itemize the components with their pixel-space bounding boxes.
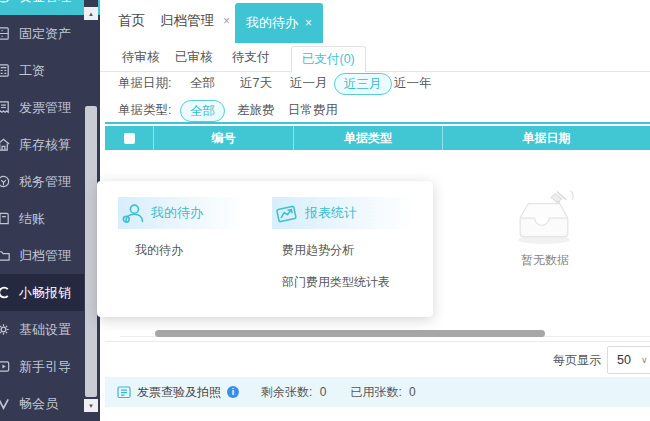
used-count: 已用张数: 0	[350, 384, 415, 401]
sidebar-item-label: 库存核算	[19, 136, 71, 154]
status-tab-paid-active[interactable]: 已支付(0)	[291, 46, 366, 72]
status-tabs: 待审核 已审核 待支付 已支付(0)	[100, 43, 650, 72]
flyout-section-header: 我的待办	[118, 197, 244, 229]
used-count-label: 已用张数:	[350, 385, 401, 399]
tab-my-todo[interactable]: 我的待办 ×	[235, 3, 323, 43]
page-tabbar: 首页 归档管理 × 我的待办 ×	[100, 0, 650, 44]
table-header-number: 编号	[153, 126, 293, 150]
table-top-accent-line	[105, 122, 650, 124]
page-size-select[interactable]: 50 ∨	[607, 346, 650, 374]
member-icon	[0, 396, 12, 412]
sidebar-item-label: 工资	[19, 62, 45, 80]
archive-icon	[0, 248, 12, 264]
tab-label: 归档管理	[160, 0, 214, 42]
flyout-link-my-todo[interactable]: 我的待办	[135, 242, 244, 258]
fixed-assets-icon	[0, 26, 12, 42]
filter-date-all[interactable]: 全部	[190, 70, 215, 97]
page-size-value: 50	[617, 353, 631, 367]
tab-archive-management[interactable]: 归档管理 ×	[160, 0, 230, 42]
footer-divider	[105, 341, 650, 342]
select-all-checkbox[interactable]	[124, 133, 135, 144]
flyout-link-expense-trend[interactable]: 费用趋势分析	[282, 242, 414, 258]
tab-home[interactable]: 首页	[118, 0, 145, 42]
status-tab-pending-review[interactable]: 待审核	[122, 43, 160, 71]
settings-gear-icon	[0, 322, 12, 338]
empty-box-illustration	[506, 188, 584, 246]
report-icon	[274, 202, 299, 225]
closing-icon	[0, 211, 12, 227]
filter-type-label: 单据类型:	[118, 97, 171, 124]
sidebar-item-label: 发票管理	[19, 99, 71, 117]
filter-date-7days[interactable]: 近7天	[240, 70, 272, 97]
page-size-label: 每页显示	[553, 352, 601, 369]
flyout-section-my-todo: 我的待办 我的待办	[118, 197, 244, 258]
reimbursement-icon	[0, 285, 12, 301]
sidebar: 资金管理 固定资产 工资 发票管理 库存核算 税务管理	[0, 0, 100, 421]
tab-label: 我的待办	[246, 14, 298, 32]
sidebar-item-label: 畅会员	[19, 395, 58, 413]
sidebar-item-label: 归档管理	[19, 247, 71, 265]
scroll-down-icon[interactable]: ▼	[84, 399, 98, 412]
table-header-doc-date: 单据日期	[442, 126, 650, 150]
info-icon[interactable]: i	[227, 386, 239, 398]
tab-label: 首页	[118, 0, 145, 42]
flyout-link-dept-expense-stats[interactable]: 部门费用类型统计表	[282, 274, 414, 290]
filter-type-all-selected[interactable]: 全部	[180, 100, 225, 122]
sidebar-scrollbar-thumb[interactable]	[85, 106, 97, 397]
invoice-verification-link[interactable]: 发票查验及拍照	[137, 384, 221, 401]
used-count-value: 0	[409, 385, 416, 399]
tab-close-icon[interactable]: ×	[223, 0, 230, 42]
sidebar-item-label: 资金管理	[19, 0, 71, 6]
empty-state: 暂无数据	[493, 188, 597, 269]
app-window: 资金管理 固定资产 工资 发票管理 库存核算 税务管理	[0, 0, 650, 421]
sidebar-item-label: 新手引导	[19, 358, 71, 376]
filter-date-3months-selected[interactable]: 近三月	[334, 73, 392, 95]
fund-management-icon	[0, 0, 12, 5]
flyout-section-title: 我的待办	[151, 204, 203, 222]
horizontal-scrollbar-thumb[interactable]	[155, 330, 545, 337]
flyout-section-title: 报表统计	[305, 204, 357, 222]
remaining-count: 剩余张数: 0	[261, 384, 326, 401]
sidebar-item-label: 小畅报销	[19, 284, 71, 302]
sidebar-item-label: 基础设置	[19, 321, 71, 339]
tab-close-icon[interactable]: ×	[305, 16, 312, 30]
filter-type-travel[interactable]: 差旅费	[237, 97, 275, 124]
inventory-icon	[0, 137, 12, 153]
filter-date-label: 单据日期:	[118, 70, 171, 97]
salary-icon	[0, 63, 12, 79]
chevron-down-icon: ∨	[641, 355, 648, 365]
remaining-count-label: 剩余张数:	[261, 385, 312, 399]
user-icon	[120, 202, 145, 225]
filter-row-type: 单据类型: 全部 差旅费 日常费用	[100, 97, 650, 124]
invoice-icon	[0, 100, 12, 116]
empty-state-text: 暂无数据	[493, 252, 597, 269]
remaining-count-value: 0	[320, 385, 327, 399]
reimbursement-flyout-menu: 我的待办 我的待办 报表统计 费用趋势分析 部门费用类型统计表	[97, 181, 433, 317]
invoice-scan-icon	[117, 385, 131, 399]
sidebar-item-label: 结账	[19, 210, 45, 228]
status-tab-pending-payment[interactable]: 待支付	[232, 43, 270, 71]
scroll-up-icon[interactable]: ▲	[84, 7, 98, 20]
sidebar-item-label: 固定资产	[19, 25, 71, 43]
sidebar-item-label: 税务管理	[19, 173, 71, 191]
flyout-section-header: 报表统计	[272, 197, 414, 229]
guide-icon	[0, 359, 12, 375]
filter-row-date: 单据日期: 全部 近7天 近一月 近三月 近一年	[100, 70, 650, 97]
table-header: 编号 单据类型 单据日期	[105, 126, 650, 150]
table-header-checkbox-cell	[105, 126, 153, 150]
status-tab-reviewed[interactable]: 已审核	[175, 43, 213, 71]
filter-date-1year[interactable]: 近一年	[394, 70, 432, 97]
filter-date-1month[interactable]: 近一月	[290, 70, 328, 97]
tax-icon	[0, 174, 12, 190]
sidebar-scrollbar[interactable]: ▲ ▼	[84, 0, 98, 421]
table-header-doc-type: 单据类型	[293, 126, 442, 150]
filter-type-daily[interactable]: 日常费用	[288, 97, 338, 124]
flyout-section-reports: 报表统计 费用趋势分析 部门费用类型统计表	[272, 197, 414, 290]
invoice-verification-bar: 发票查验及拍照 i 剩余张数: 0 已用张数: 0	[105, 377, 650, 407]
